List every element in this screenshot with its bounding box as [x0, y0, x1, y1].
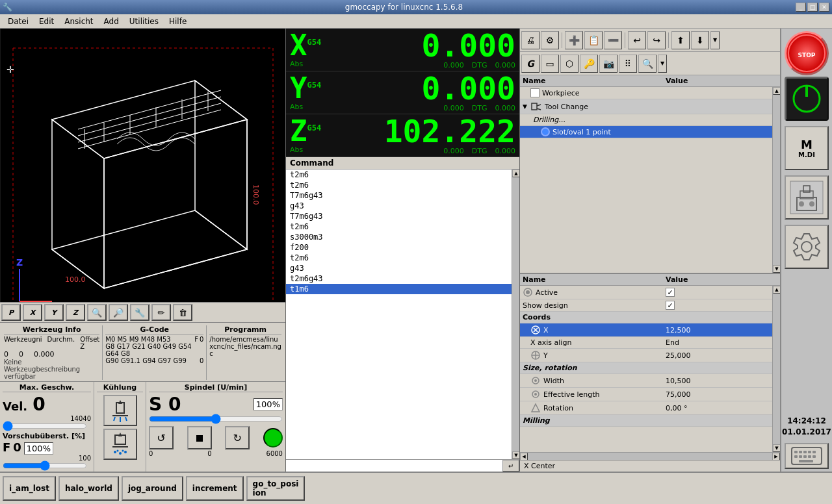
list-item[interactable]: f200: [286, 242, 512, 253]
edit-button[interactable]: ✏: [151, 304, 171, 321]
svg-rect-72: [803, 451, 807, 453]
tb2-cam-btn[interactable]: 📷: [599, 55, 618, 73]
tool-settings-button[interactable]: 🔧: [130, 304, 150, 321]
go-to-position-button[interactable]: go_to_posi ion: [246, 476, 306, 501]
spindle-ccw-button[interactable]: ↺: [149, 426, 174, 449]
x-center-bar: X Center: [520, 460, 780, 472]
active-checkbox[interactable]: ✓: [666, 288, 675, 297]
halo-world-button[interactable]: halo_world: [58, 476, 119, 501]
dro-y-abs-val: 0.000: [443, 104, 464, 112]
p-button[interactable]: P: [1, 304, 21, 321]
prop-y-row[interactable]: Y 25,000: [520, 349, 772, 362]
prop-toolchange-row[interactable]: ▼ Tool Change: [520, 99, 772, 114]
expand-arrow[interactable]: ▼: [523, 103, 530, 110]
tb1-up-btn[interactable]: ⬆: [671, 31, 690, 49]
list-item[interactable]: s3000m3: [286, 232, 512, 242]
maximize-button[interactable]: □: [807, 3, 818, 12]
prop-eff-length-row[interactable]: Effective length 75,000: [520, 388, 772, 401]
workpiece-checkbox-icon: [530, 88, 540, 97]
list-item[interactable]: t2m6g43: [286, 273, 512, 284]
coolant-mist-button[interactable]: [103, 429, 137, 460]
spindel-slider[interactable]: [149, 416, 283, 422]
menu-hilfe[interactable]: Hilfe: [164, 16, 192, 27]
tb1-print-btn[interactable]: 🖨: [521, 31, 540, 49]
prop-slot-row[interactable]: Slot/oval 1 point: [520, 126, 772, 138]
svg-line-14: [78, 110, 221, 149]
tb2-more-btn[interactable]: ▼: [658, 55, 667, 73]
prop-drilling-row[interactable]: Drilling...: [520, 114, 772, 126]
menu-add[interactable]: Add: [99, 16, 124, 27]
minimize-button[interactable]: _: [796, 3, 806, 12]
x-view-button[interactable]: X: [23, 304, 42, 321]
prop-active-row[interactable]: Active ✓: [520, 286, 772, 299]
emergency-stop-button[interactable]: STOP: [785, 31, 829, 75]
tb2-g-btn[interactable]: G: [521, 55, 540, 73]
tb2-key-btn[interactable]: 🔑: [580, 55, 598, 73]
command-input[interactable]: [286, 460, 502, 472]
mdi-button[interactable]: M M.DI: [785, 126, 829, 170]
power-button[interactable]: [785, 77, 829, 121]
coolant-flood-button[interactable]: [103, 395, 137, 426]
tb1-minus-btn[interactable]: ➖: [604, 31, 622, 49]
prop-workpiece-row[interactable]: Workpiece: [520, 87, 772, 99]
settings-button[interactable]: [785, 225, 829, 269]
y-view-button[interactable]: Y: [44, 304, 64, 321]
prop-width-row[interactable]: Width 10,500: [520, 374, 772, 388]
spindle-stop-button[interactable]: ⏹: [187, 426, 212, 449]
spindle-cw-button[interactable]: ↻: [225, 426, 250, 449]
tb1-add-btn[interactable]: ➕: [565, 31, 583, 49]
tb1-more-btn[interactable]: ▼: [710, 31, 720, 49]
prop-rotation-row[interactable]: Rotation 0,00 °: [520, 401, 772, 415]
command-enter-button[interactable]: ↵: [502, 460, 519, 472]
mdi-label: M.DI: [798, 151, 815, 158]
dro-x-abs-label: Abs: [290, 60, 303, 68]
list-item[interactable]: T7m6g43: [286, 211, 512, 221]
active-icon: [523, 287, 533, 297]
tb1-redo-btn[interactable]: ↪: [647, 31, 666, 49]
vel-slider[interactable]: [3, 423, 87, 429]
clear-button[interactable]: 🗑: [173, 304, 192, 321]
z-view-button[interactable]: Z: [66, 304, 85, 321]
menu-utilities[interactable]: Utilities: [124, 16, 164, 27]
list-item[interactable]: T7m6g43: [286, 190, 512, 201]
tb2-rect-btn[interactable]: ▭: [541, 55, 559, 73]
list-item[interactable]: t2m6: [286, 221, 512, 232]
zoom-fit-button[interactable]: 🔍: [87, 304, 107, 321]
list-item[interactable]: g43: [286, 201, 512, 211]
list-item[interactable]: g43: [286, 263, 512, 273]
close-button[interactable]: ✕: [819, 3, 829, 12]
x-coord-icon: [530, 325, 541, 335]
tb2-search-btn[interactable]: 🔍: [638, 55, 656, 73]
command-list[interactable]: t2m6 t2m6 T7m6g43 g43 T7m6g43 t2m6 s3000…: [286, 170, 512, 459]
3d-viewport[interactable]: Z ✛ 100.0 100.0 100.0: [0, 29, 285, 302]
list-item[interactable]: t2m6: [286, 170, 512, 180]
tb2-grid-btn[interactable]: ⠿: [619, 55, 637, 73]
menu-datei[interactable]: Datei: [3, 16, 34, 27]
prop-show-design-row[interactable]: Show design ✓: [520, 299, 772, 312]
increment-button[interactable]: increment: [186, 476, 244, 501]
menu-ansicht[interactable]: Ansicht: [59, 16, 98, 27]
tb1-down-btn[interactable]: ⬇: [691, 31, 709, 49]
prop-coords-group[interactable]: Coords: [520, 312, 772, 323]
zoom-out-button[interactable]: 🔎: [109, 304, 128, 321]
f-slider[interactable]: [3, 463, 87, 468]
jog-around-button[interactable]: jog_around: [122, 476, 183, 501]
geschw-title: Max. Geschw.: [3, 383, 91, 392]
list-item-selected[interactable]: t1m6: [286, 284, 512, 294]
prop-size-group[interactable]: Size, rotation: [520, 362, 772, 374]
keyboard-button[interactable]: [785, 443, 829, 469]
tb1-copy-btn[interactable]: 📋: [584, 31, 603, 49]
prop-milling-group[interactable]: Milling: [520, 415, 772, 427]
svg-line-43: [537, 105, 541, 106]
prop-x-align-row[interactable]: X axis align End: [520, 337, 772, 349]
tool-image-button[interactable]: [785, 175, 829, 220]
tb1-settings-btn[interactable]: ⚙: [541, 31, 559, 49]
prop-x-row[interactable]: X 12,500: [520, 323, 772, 337]
i-am-lost-button[interactable]: i_am_lost: [3, 476, 56, 501]
tb2-hex-btn[interactable]: ⬡: [560, 55, 578, 73]
menu-edit[interactable]: Edit: [34, 16, 59, 27]
tb1-undo-btn[interactable]: ↩: [628, 31, 646, 49]
list-item[interactable]: t2m6: [286, 253, 512, 263]
show-design-checkbox[interactable]: ✓: [666, 301, 675, 310]
list-item[interactable]: t2m6: [286, 180, 512, 190]
